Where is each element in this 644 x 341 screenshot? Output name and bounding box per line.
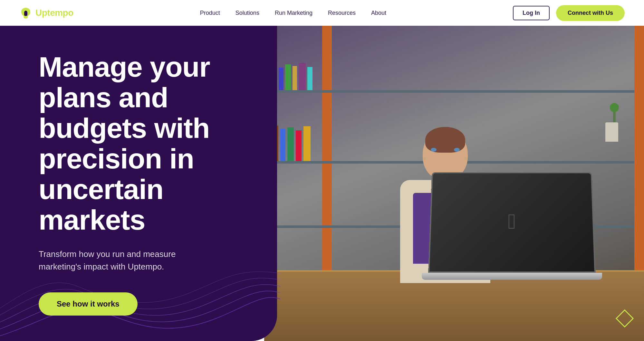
nav-actions: Log In Connect with Us [513, 5, 625, 21]
hero-section:  Manage your plans and budgets with pre… [0, 26, 644, 341]
nav-link-product[interactable]: Product [200, 10, 220, 16]
hero-right-panel:  [264, 26, 644, 341]
nav-link-about[interactable]: About [371, 10, 386, 16]
logo[interactable]: Uptempo [19, 6, 73, 19]
see-how-button[interactable]: See how it works [39, 292, 138, 316]
hero-subtext: Transform how you run and measure market… [39, 248, 219, 273]
connect-button[interactable]: Connect with Us [556, 5, 625, 21]
uptempo-logo-icon [19, 6, 32, 19]
hero-content: Manage your plans and budgets with preci… [39, 52, 271, 316]
logo-text: Uptempo [35, 8, 73, 18]
nav-link-resources[interactable]: Resources [328, 10, 356, 16]
login-button[interactable]: Log In [513, 6, 550, 20]
navbar: Uptempo Product Solutions Run Marketing … [0, 0, 644, 26]
nav-links: Product Solutions Run Marketing Resource… [200, 10, 386, 16]
hero-headline: Manage your plans and budgets with preci… [39, 52, 271, 235]
nav-link-run-marketing[interactable]: Run Marketing [275, 10, 312, 16]
nav-link-solutions[interactable]: Solutions [235, 10, 259, 16]
